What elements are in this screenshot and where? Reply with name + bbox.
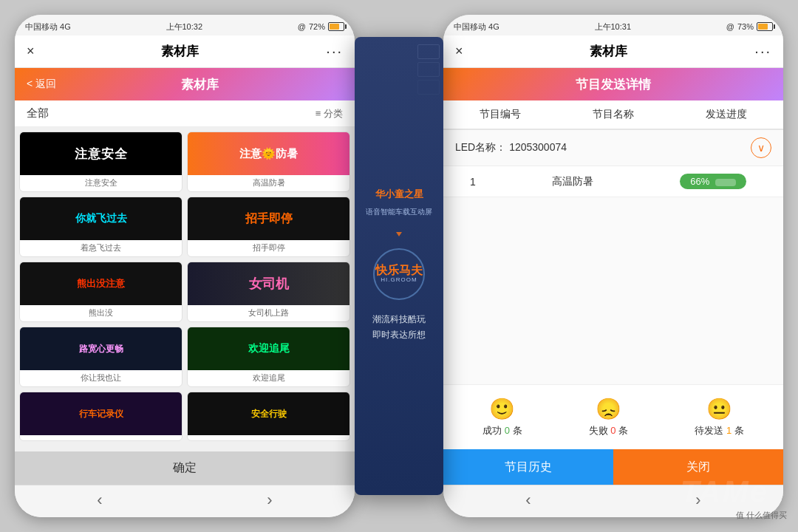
status-bar-left: 中国移动 4G 上午10:32 @ 72% <box>15 15 355 35</box>
material-item-3[interactable]: 你就飞过去 着急飞过去 <box>19 197 183 257</box>
led-row: LED名称： 1205300074 ∨ <box>443 130 783 166</box>
more-button-left[interactable]: ··· <box>326 43 343 60</box>
phone-right: 中国移动 4G 上午10:31 @ 73% × 素材库 ··· 节目发送详情 <box>443 15 783 517</box>
material-thumb-7: 路宽心更畅 <box>20 327 182 370</box>
led-name: LED名称： 1205300074 <box>455 141 751 154</box>
material-thumb-10: 安全行驶 <box>188 392 349 435</box>
category-row: 全部 ≡ 分类 <box>15 100 355 127</box>
prog-num: 1 <box>443 176 502 188</box>
action-buttons: 节目历史 关闭 <box>443 449 783 485</box>
material-label-7: 你让我也让 <box>81 370 121 386</box>
material-item-5[interactable]: 熊出没注意 熊出没 <box>19 262 183 322</box>
material-item-10[interactable]: 安全行驶 <box>187 392 350 441</box>
battery-icon-right <box>757 22 773 31</box>
card-logo-circle: 快乐马夫 HI.GROOM <box>373 248 425 300</box>
status-section: 🙂 成功 0 条 😞 失败 0 条 😐 <box>443 384 783 449</box>
forward-nav-right[interactable]: › <box>673 488 723 513</box>
middle-card: 华小童之星 语音智能车载互动屏 快乐马夫 HI.GROOM 潮流科技酷玩 即时表… <box>355 37 443 495</box>
col-header-1: 节目编号 <box>443 108 556 121</box>
screen-wrapper: 中国移动 4G 上午10:32 @ 72% × 素材库 ··· < 返回 素材库 <box>0 0 798 532</box>
battery-left: @ 72% <box>298 22 344 31</box>
material-thumb-6: 女司机 <box>188 262 349 305</box>
phone-left: 中国移动 4G 上午10:32 @ 72% × 素材库 ··· < 返回 素材库 <box>15 15 355 517</box>
material-item-2[interactable]: 注意🌞防暑 高温防暑 <box>187 132 350 192</box>
fail-text: 失败 0 条 <box>589 424 628 437</box>
table-header: 节目编号 节目名称 发送进度 <box>443 100 783 130</box>
status-success: 🙂 成功 0 条 <box>482 397 522 437</box>
material-thumb-3: 你就飞过去 <box>20 197 182 240</box>
close-button-left[interactable]: × <box>27 44 35 59</box>
material-label-5: 熊出没 <box>89 305 113 321</box>
material-label-3: 着急飞过去 <box>81 240 121 256</box>
back-nav-right[interactable]: ‹ <box>503 488 553 513</box>
top-nav-left: × 素材库 ··· <box>15 35 355 68</box>
material-item-9[interactable]: 行车记录仪 <box>19 392 183 441</box>
category-label: 全部 <box>27 106 49 120</box>
material-item-8[interactable]: 欢迎追尾 欢迎追尾 <box>187 327 350 387</box>
material-item-7[interactable]: 路宽心更畅 你让我也让 <box>19 327 183 387</box>
battery-icon-left <box>328 22 344 31</box>
material-thumb-4: 招手即停 <box>188 197 349 240</box>
header-bar-left: < 返回 素材库 <box>15 68 355 100</box>
material-label-6: 女司机上路 <box>248 305 289 321</box>
material-item-4[interactable]: 招手即停 招手即停 <box>187 197 350 257</box>
col-header-2: 节目名称 <box>556 108 669 121</box>
material-label-8: 欢迎追尾 <box>253 370 285 386</box>
material-grid: 注意安全 注意安全 注意🌞防暑 高温防暑 你就飞过去 着急飞过去 <box>15 127 355 451</box>
material-thumb-9: 行车记录仪 <box>20 392 182 435</box>
status-pending: 😐 待发送 1 条 <box>695 397 743 437</box>
prog-progress: 66% <box>643 174 783 189</box>
material-thumb-5: 熊出没注意 <box>20 262 182 305</box>
status-bar-right: 中国移动 4G 上午10:31 @ 73% <box>443 15 783 35</box>
top-nav-right: × 素材库 ··· <box>443 35 783 68</box>
material-label-4: 招手即停 <box>253 240 285 256</box>
time-left: 上午10:32 <box>166 21 203 33</box>
material-thumb-8: 欢迎追尾 <box>188 327 349 370</box>
back-button-left[interactable]: < 返回 <box>27 78 56 91</box>
prog-name: 高温防暑 <box>502 175 643 188</box>
battery-right: @ 73% <box>726 22 773 31</box>
category-filter[interactable]: ≡ 分类 <box>316 107 343 120</box>
material-thumb-1: 注意安全 <box>20 132 182 175</box>
pending-text: 待发送 1 条 <box>695 424 743 437</box>
close-action-button[interactable]: 关闭 <box>613 449 783 485</box>
carrier-right: 中国移动 4G <box>454 21 499 33</box>
program-header: 节目发送详情 <box>443 68 783 100</box>
success-icon: 🙂 <box>489 397 515 421</box>
progress-badge: 66% <box>680 174 746 189</box>
card-brand-text: 华小童之星 <box>375 188 423 201</box>
header-title-left: 素材库 <box>56 76 343 93</box>
nav-title-left: 素材库 <box>161 43 199 60</box>
forward-nav-left[interactable]: › <box>245 488 294 513</box>
card-decorations <box>417 44 440 98</box>
material-label-2: 高温防暑 <box>253 175 285 191</box>
col-header-3: 发送进度 <box>670 108 783 121</box>
card-logo-text: 快乐马夫 <box>375 265 423 276</box>
bottom-nav-left: ‹ › <box>15 485 355 517</box>
card-arrow-icon <box>396 232 402 236</box>
material-item-1[interactable]: 注意安全 注意安全 <box>19 132 183 192</box>
more-button-right[interactable]: ··· <box>754 43 771 60</box>
success-text: 成功 0 条 <box>482 424 522 437</box>
program-header-title: 节目发送详情 <box>576 76 651 93</box>
zhidehui-logo: 值 什么值得买 <box>736 510 787 521</box>
material-label-1: 注意安全 <box>85 175 117 191</box>
card-tagline: 潮流科技酷玩 即时表达所想 <box>372 312 426 344</box>
fail-icon: 😞 <box>596 397 621 421</box>
back-nav-left[interactable]: ‹ <box>75 488 124 513</box>
material-thumb-2: 注意🌞防暑 <box>188 132 349 175</box>
carrier-left: 中国移动 4G <box>25 21 71 33</box>
history-button[interactable]: 节目历史 <box>443 449 613 485</box>
pending-icon: 😐 <box>706 397 732 421</box>
status-fail: 😞 失败 0 条 <box>589 397 628 437</box>
time-right: 上午10:31 <box>595 21 632 33</box>
program-row: 1 高温防暑 66% <box>443 166 783 197</box>
led-expand-button[interactable]: ∨ <box>751 137 771 158</box>
confirm-button[interactable]: 确定 <box>15 451 355 485</box>
card-logo-sub: HI.GROOM <box>381 276 417 283</box>
nav-title-right: 素材库 <box>590 43 627 60</box>
content-spacer <box>443 197 783 384</box>
bottom-nav-right: ‹ › <box>443 485 783 517</box>
material-item-6[interactable]: 女司机 女司机上路 <box>187 262 350 322</box>
close-button-right[interactable]: × <box>455 44 463 59</box>
